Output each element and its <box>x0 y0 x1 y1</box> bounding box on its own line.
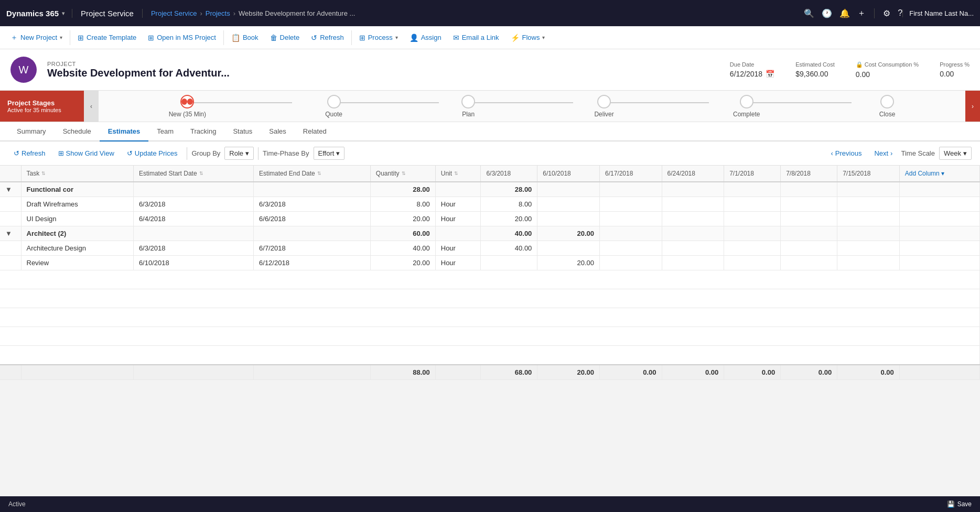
group-add-functional <box>899 182 979 197</box>
col-header-unit[interactable]: Unit ⇅ <box>435 166 481 182</box>
new-project-icon: ＋ <box>10 33 18 42</box>
show-grid-view-button[interactable]: ⊞ Show Grid View <box>53 147 120 160</box>
tab-summary[interactable]: Summary <box>8 122 55 141</box>
row-7-8-wireframes <box>781 197 837 212</box>
recent-icon[interactable]: 🕐 <box>822 8 832 18</box>
progress-label: Progress % <box>940 61 970 68</box>
assign-button[interactable]: 👤 Assign <box>404 30 447 45</box>
step-circle-quote[interactable] <box>327 95 341 108</box>
tab-tracking[interactable]: Tracking <box>182 122 224 141</box>
col-header-quantity[interactable]: Quantity ⇅ <box>370 166 435 182</box>
breadcrumb: Project Service › Projects › Website Dev… <box>143 9 804 17</box>
estimates-refresh-button[interactable]: ↺ Refresh <box>8 147 51 160</box>
refresh-button[interactable]: ↺ Refresh <box>306 30 349 45</box>
breadcrumb-projects[interactable]: Projects <box>206 9 230 17</box>
col-header-6-17: 6/17/2018 <box>599 166 662 182</box>
total-task <box>21 365 133 380</box>
tab-related[interactable]: Related <box>295 122 335 141</box>
tab-estimates[interactable]: Estimates <box>100 122 148 141</box>
col-header-add[interactable]: Add Column ▾ <box>899 166 979 182</box>
step-label-new: New (35 Min) <box>169 111 206 118</box>
top-nav-icons: 🔍 🕐 🔔 ＋ <box>804 8 874 19</box>
row-unit-review: Hour <box>435 256 481 270</box>
col-header-task[interactable]: Task ⇅ <box>21 166 133 182</box>
step-circle-plan[interactable] <box>461 95 475 108</box>
app-name: Project Service <box>72 9 143 18</box>
update-prices-button[interactable]: ↺ Update Prices <box>122 147 183 160</box>
brand-chevron-icon: ▾ <box>62 10 64 16</box>
previous-button[interactable]: ‹ Previous <box>826 147 866 159</box>
row-start-review: 6/10/2018 <box>133 256 253 270</box>
row-task-review[interactable]: Review <box>21 256 133 270</box>
step-label-quote: Quote <box>325 111 342 118</box>
new-project-button[interactable]: ＋ New Project ▾ <box>5 30 68 46</box>
group-expand-functional[interactable]: ▼ <box>0 182 21 197</box>
group-row-functional: ▼ Functional cor 28.00 28.00 <box>0 182 980 197</box>
quantity-col-label: Quantity <box>376 170 400 177</box>
add-column-button[interactable]: Add Column ▾ <box>905 170 974 177</box>
stage-step-close: Close <box>879 95 896 118</box>
help-icon[interactable]: ? <box>898 8 902 18</box>
delete-button[interactable]: 🗑 Delete <box>265 30 305 45</box>
calendar-icon[interactable]: 📅 <box>766 70 774 78</box>
notifications-icon[interactable]: 🔔 <box>839 8 850 18</box>
tabs-bar: Summary Schedule Estimates Team Tracking… <box>0 122 980 141</box>
table-row: UI Design 6/4/2018 6/6/2018 20.00 Hour 2… <box>0 212 980 226</box>
stage-nav-left-button[interactable]: ‹ <box>84 91 99 122</box>
stage-step-new: New (35 Min) <box>169 95 206 118</box>
group-expand-architect[interactable]: ▼ <box>0 226 21 241</box>
create-template-button[interactable]: ⊞ Create Template <box>72 30 142 45</box>
step-circle-close[interactable] <box>880 95 894 108</box>
flows-button[interactable]: ⚡ Flows ▾ <box>505 30 551 45</box>
create-template-icon: ⊞ <box>78 34 84 42</box>
breadcrumb-service[interactable]: Project Service <box>151 9 197 17</box>
tab-sales[interactable]: Sales <box>261 122 295 141</box>
group-6-17-architect <box>599 226 662 241</box>
tab-schedule[interactable]: Schedule <box>55 122 100 141</box>
step-circle-new[interactable] <box>180 95 194 108</box>
settings-icon[interactable]: ⚙ <box>883 8 890 18</box>
col-header-start-date[interactable]: Estimated Start Date ⇅ <box>133 166 253 182</box>
tab-status[interactable]: Status <box>224 122 261 141</box>
total-7-15: 0.00 <box>837 365 900 380</box>
stage-nav-right-button[interactable]: › <box>965 91 980 122</box>
open-ms-project-button[interactable]: ⊞ Open in MS Project <box>143 30 221 45</box>
email-link-button[interactable]: ✉ Email a Link <box>448 30 504 45</box>
add-icon[interactable]: ＋ <box>857 8 866 19</box>
est-sep-1 <box>187 147 187 160</box>
step-label-plan: Plan <box>462 111 475 118</box>
group-by-chevron-icon: ▾ <box>245 149 249 157</box>
step-circle-deliver[interactable] <box>597 95 611 108</box>
step-circle-complete[interactable] <box>740 95 753 108</box>
brand-link[interactable]: Dynamics 365 ▾ <box>6 9 72 18</box>
group-by-dropdown[interactable]: Role ▾ <box>224 147 254 160</box>
step-label-close: Close <box>879 111 896 118</box>
row-expand-review <box>0 256 21 270</box>
book-button[interactable]: 📋 Book <box>226 30 264 45</box>
step-dot-new <box>181 99 187 105</box>
group-6-3-architect: 40.00 <box>481 226 537 241</box>
group-7-8-functional <box>781 182 837 197</box>
user-profile[interactable]: First Name Last Na... <box>902 9 974 17</box>
row-task-archdesign[interactable]: Architecture Design <box>21 241 133 256</box>
stage-steps: New (35 Min) Quote Plan Deliver Complete… <box>99 91 965 122</box>
process-button[interactable]: ⊞ Process ▾ <box>354 30 403 45</box>
time-phase-dropdown[interactable]: Effort ▾ <box>314 147 345 160</box>
col-header-end-date[interactable]: Estimated End Date ⇅ <box>254 166 371 182</box>
row-expand-archdesign <box>0 241 21 256</box>
row-start-wireframes: 6/3/2018 <box>133 197 253 212</box>
row-task-wireframes[interactable]: Draft Wireframes <box>21 197 133 212</box>
empty-row-4 <box>0 327 980 346</box>
next-button[interactable]: Next › <box>870 147 897 159</box>
tab-team[interactable]: Team <box>148 122 182 141</box>
project-fields: Due Date 6/12/2018 📅 Estimated Cost $9,3… <box>730 61 970 79</box>
due-date-text: 6/12/2018 <box>730 70 762 78</box>
time-scale-dropdown[interactable]: Week ▾ <box>939 147 972 160</box>
time-scale-label: Time Scale <box>901 149 935 157</box>
email-icon: ✉ <box>453 34 459 42</box>
project-title: Website Development for Adventur... <box>47 67 719 79</box>
breadcrumb-current: Website Development for Adventure ... <box>239 9 355 17</box>
row-task-uidesign[interactable]: UI Design <box>21 212 133 226</box>
search-icon[interactable]: 🔍 <box>804 8 814 18</box>
row-expand-wireframes <box>0 197 21 212</box>
